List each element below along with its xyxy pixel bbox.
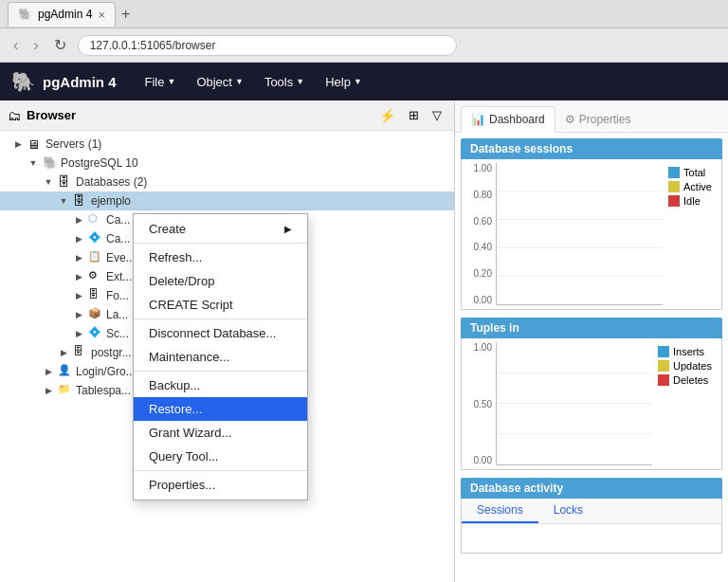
ctx-disconnect[interactable]: Disconnect Database...: [134, 321, 307, 345]
y-axis-tuples: 1.00 0.50 0.00: [465, 342, 496, 465]
menu-help[interactable]: Help ▼: [316, 71, 372, 93]
ctx-refresh[interactable]: Refresh...: [134, 246, 307, 269]
app-header: 🐘 pgAdmin 4 File ▼ Object ▼ Tools ▼ Help…: [0, 63, 728, 100]
forward-button[interactable]: ›: [29, 35, 42, 56]
right-tabs: 📊 Dashboard ⚙ Properties: [455, 100, 728, 133]
menu-object[interactable]: Object ▼: [187, 71, 253, 93]
legend-idle: Idle: [668, 195, 712, 207]
tools-arrow: ▼: [296, 77, 304, 86]
create-arrow-icon: ▶: [284, 224, 292, 234]
ext-label: Ext...: [106, 270, 132, 283]
back-button[interactable]: ‹: [9, 35, 22, 56]
app-title: pgAdmin 4: [43, 74, 117, 90]
lan-toggle[interactable]: ▶: [72, 308, 85, 321]
login-toggle[interactable]: ▶: [42, 365, 55, 378]
postgr-icon: 🗄: [73, 345, 88, 360]
lightning-button[interactable]: ⚡: [374, 106, 400, 125]
database-activity-section: Database activity Sessions Locks: [461, 478, 722, 554]
ctx-create[interactable]: Create ▶: [134, 217, 307, 241]
ctx-maintenance[interactable]: Maintenance...: [134, 345, 307, 369]
legend-total: Total: [668, 167, 712, 178]
legend-deletes-color: [658, 374, 669, 386]
tuples-chart-svg: [497, 342, 652, 464]
tree-item[interactable]: ▼ 🗄 Databases (2): [0, 173, 454, 191]
ctx-restore[interactable]: Restore...: [134, 397, 307, 421]
database-sessions-section: Database sessions 1.00 0.80 0.60 0.40 0.…: [461, 138, 722, 310]
tablespace-toggle[interactable]: ▶: [42, 384, 55, 397]
casts1-icon: ⬡: [88, 212, 103, 227]
ctx-delete[interactable]: Delete/Drop: [134, 269, 307, 293]
tree-item-selected[interactable]: ▼ 🗄 ejemplo: [0, 191, 454, 210]
legend-active-color: [668, 181, 680, 192]
tuples-in-body: 1.00 0.50 0.00: [461, 338, 722, 470]
refresh-button[interactable]: ↻: [50, 34, 70, 56]
menu-file[interactable]: File ▼: [136, 71, 186, 93]
locks-tab[interactable]: Locks: [538, 499, 598, 523]
tree-item[interactable]: ▼ 🐘 PostgreSQL 10: [0, 154, 454, 173]
ctx-separator-2: [134, 318, 307, 319]
left-panel: 🗂 Browser ⚡ ⊞ ▽ ▶ 🖥 Servers (1): [0, 100, 455, 582]
browser-toolbar: ⚡ ⊞ ▽: [374, 106, 446, 125]
ctx-create-script[interactable]: CREATE Script: [134, 293, 307, 317]
databases-toggle[interactable]: ▼: [42, 175, 55, 189]
sessions-chart-svg: [497, 163, 663, 304]
new-tab-button[interactable]: +: [116, 6, 136, 23]
casts2-toggle[interactable]: ▶: [72, 232, 85, 246]
tab-properties[interactable]: ⚙ Properties: [555, 107, 641, 132]
sch-toggle[interactable]: ▶: [72, 327, 85, 340]
sessions-tab[interactable]: Sessions: [462, 499, 538, 523]
tab-close-button[interactable]: ×: [98, 8, 105, 22]
browser-label: Browser: [27, 108, 76, 122]
right-panel: 📊 Dashboard ⚙ Properties Database sessio…: [455, 100, 728, 582]
tuples-in-section: Tuples in 1.00 0.50 0.00: [461, 318, 722, 470]
ctx-separator-3: [134, 371, 307, 372]
tab-bar: 🐘 pgAdmin 4 × +: [8, 2, 136, 27]
tuples-in-header: Tuples in: [461, 318, 722, 338]
active-tab[interactable]: 🐘 pgAdmin 4 ×: [8, 2, 116, 27]
browser-panel-header: 🗂 Browser ⚡ ⊞ ▽: [0, 100, 454, 131]
casts2-icon: 💠: [88, 231, 103, 246]
menu-tools[interactable]: Tools ▼: [255, 71, 314, 93]
legend-deletes: Deletes: [658, 374, 712, 386]
servers-toggle[interactable]: ▶: [11, 137, 25, 151]
postgresql-toggle[interactable]: ▼: [27, 156, 40, 170]
postgr-toggle[interactable]: ▶: [57, 346, 70, 359]
address-input[interactable]: [78, 35, 457, 56]
database-activity-body: Sessions Locks: [461, 499, 722, 554]
postgresql-icon: 🐘: [43, 155, 58, 171]
legend-inserts: Inserts: [658, 346, 712, 357]
servers-icon: 🖥: [27, 136, 43, 152]
browser-title-area: 🗂 Browser: [8, 108, 76, 123]
dashboard-icon: 📊: [471, 113, 485, 126]
lan-label: La...: [106, 308, 128, 321]
ctx-backup[interactable]: Backup...: [134, 373, 307, 397]
tablespace-icon: 📁: [58, 383, 73, 398]
database-activity-header: Database activity: [461, 478, 722, 499]
tuples-legend: Inserts Updates Deletes: [652, 342, 718, 390]
browser-chrome: 🐘 pgAdmin 4 × +: [0, 0, 728, 28]
postgr-label: postgr...: [91, 346, 132, 359]
filter-button[interactable]: ▽: [428, 106, 446, 125]
ejemplo-toggle[interactable]: ▼: [57, 194, 70, 208]
grid-button[interactable]: ⊞: [404, 106, 424, 125]
events-toggle[interactable]: ▶: [72, 251, 85, 264]
servers-label: Servers (1): [46, 137, 101, 151]
ctx-query-tool[interactable]: Query Tool...: [134, 445, 307, 468]
ext-toggle[interactable]: ▶: [72, 270, 85, 283]
for-label: Fo...: [106, 289, 129, 302]
casts1-label: Ca...: [106, 213, 130, 227]
casts1-toggle[interactable]: ▶: [72, 213, 85, 227]
databases-label: Databases (2): [76, 175, 147, 189]
chart-plot-sessions: [496, 163, 663, 305]
tab-title: pgAdmin 4: [38, 8, 92, 21]
ejemplo-label: ejemplo: [91, 194, 131, 208]
pgadmin-favicon: 🐘: [18, 8, 32, 21]
tab-dashboard[interactable]: 📊 Dashboard: [461, 106, 555, 133]
ctx-grant-wizard[interactable]: Grant Wizard...: [134, 421, 307, 445]
sch-icon: 💠: [88, 326, 103, 341]
tree-item[interactable]: ▶ 🖥 Servers (1): [0, 135, 454, 154]
ctx-properties[interactable]: Properties...: [134, 473, 307, 497]
for-toggle[interactable]: ▶: [72, 289, 85, 302]
login-icon: 👤: [58, 364, 73, 379]
chart-plot-tuples: [496, 342, 652, 465]
